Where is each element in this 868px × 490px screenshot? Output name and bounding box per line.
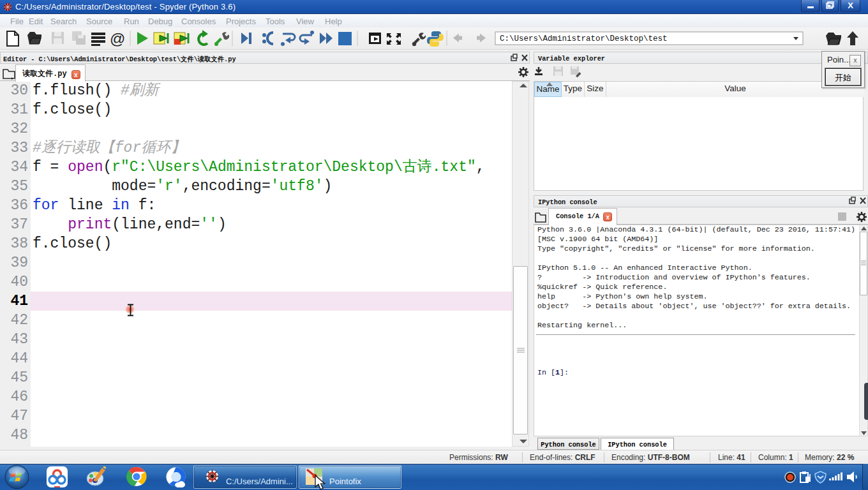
svg-text:@: @	[110, 30, 125, 47]
svg-text:C:\Users\Administrator\Desktop: C:\Users\Administrator\Desktop\test	[500, 34, 668, 43]
